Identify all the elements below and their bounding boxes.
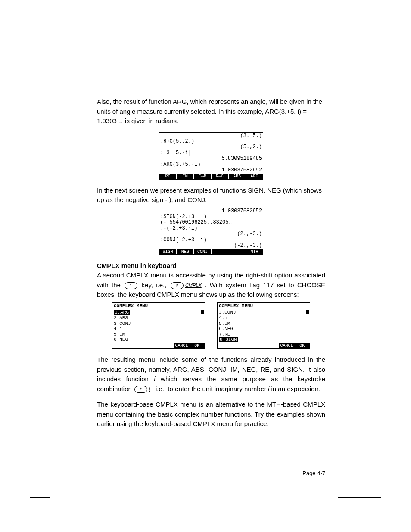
crop-mark	[359, 65, 381, 65]
screen-line: 1.03037682652	[160, 168, 262, 173]
document-page: Also, the result of function ARG, which …	[0, 0, 411, 532]
softkey-label: CONJ	[194, 249, 211, 254]
softkey-label: ABS	[229, 174, 246, 179]
section-heading: CMPLX menu in keyboard	[97, 261, 325, 271]
screen-line: :|3.+5.·i|	[160, 150, 262, 156]
choose-item: 1.ARG	[114, 310, 203, 315]
softkey-label	[143, 343, 159, 348]
crop-mark	[357, 42, 357, 65]
screen-line: (2.,-3.)	[160, 231, 262, 237]
softkey-label: MTH	[246, 249, 263, 254]
softkey-label: RE	[159, 174, 177, 179]
softkey-label: OK	[294, 343, 310, 348]
screen-line: :R→C(5.,2.)	[160, 139, 262, 144]
screen-line: (-.554700196225,.83205…	[160, 220, 262, 225]
screen-line: (-2.,-3.)	[160, 243, 262, 249]
choose-title: COMPLEX MENU	[218, 303, 310, 310]
page-content: Also, the result of function ARG, which …	[97, 97, 325, 435]
softkey-label	[233, 343, 249, 348]
paragraph: A second CMPLX menu is accessible by usi…	[97, 271, 325, 300]
scrollbar-icon	[306, 310, 309, 314]
paragraph: The resulting menu include some of the f…	[97, 355, 325, 394]
softkey-label: OK	[189, 343, 205, 348]
key-1-icon: 1	[125, 282, 137, 289]
screen-line: :CONJ(-2.+3.·i)	[160, 237, 262, 243]
footer-rule	[97, 468, 325, 468]
key-label: CMPLX	[185, 283, 202, 288]
text: , i.e., to enter the unit imaginary numb…	[152, 385, 268, 392]
scrollbar-icon	[201, 310, 204, 314]
text: in an expression.	[269, 385, 320, 392]
screen-line: (3. 5.)	[160, 133, 262, 139]
softkey-label	[112, 343, 128, 348]
choose-title: COMPLEX MENU	[112, 303, 205, 310]
screen-line: 5.83095189485	[160, 156, 262, 162]
softkey-label: NEG	[177, 249, 194, 254]
choose-item: 5.IM	[114, 332, 203, 337]
calc-screenshot-2: 1.03037682652:SIGN(-2.+3.·i)(-.554700196…	[159, 208, 263, 255]
choose-screens: COMPLEX MENU 1.ARG2.ABS3.CONJ4.i5.IM6.NE…	[97, 302, 325, 349]
choose-item: 4.i	[219, 315, 308, 321]
paragraph: The keyboard-base CMPLX menu is an alter…	[97, 400, 325, 429]
crop-mark	[30, 65, 73, 65]
choose-item: 3.CONJ	[219, 310, 308, 315]
choose-box-b: COMPLEX MENU 3.CONJ4.i5.IM6.NEG7.RE8.SIG…	[217, 302, 310, 349]
page-number: Page 4-7	[97, 470, 325, 476]
key-label: i	[149, 386, 150, 392]
right-shift-key-icon: ↱	[171, 282, 184, 289]
choose-item: 7.RE	[219, 332, 308, 337]
crop-mark	[30, 497, 50, 498]
screen-line: :SIGN(-2.+3.·i)	[160, 214, 262, 220]
choose-box-a: COMPLEX MENU 1.ARG2.ABS3.CONJ4.i5.IM6.NE…	[112, 302, 205, 349]
choose-item: 3.CONJ	[114, 321, 203, 327]
choose-item: 6.NEG	[219, 326, 308, 332]
text: key, i.e.,	[142, 281, 170, 289]
paragraph: Also, the result of function ARG, which …	[97, 97, 325, 126]
choose-item: 2.ABS	[114, 315, 203, 321]
choose-item: 6.NEG	[114, 337, 203, 342]
softkey-label: IM	[177, 174, 194, 179]
softkey-label	[218, 343, 233, 348]
screen-line: 1.03037682652	[160, 208, 262, 214]
choose-item: 5.IM	[219, 321, 308, 327]
softkey-label: SIGN	[159, 249, 177, 254]
crop-mark	[338, 497, 381, 498]
softkey-label: CANCL	[279, 343, 295, 348]
choose-item: 8.SIGN	[219, 337, 308, 342]
crop-mark	[78, 24, 78, 65]
softkey-label	[248, 343, 264, 348]
softkey-label: C→R	[194, 174, 211, 179]
crop-mark	[333, 498, 333, 520]
calc-screenshot-1: (3. 5.):R→C(5.,2.)(5.,2.):|3.+5.·i|5.830…	[159, 132, 263, 180]
choose-item: 4.i	[114, 326, 203, 332]
page-footer: Page 4-7	[97, 465, 325, 476]
screen-line: :ARG(3.+5.·i)	[160, 162, 262, 168]
softkey-label	[128, 343, 143, 348]
softkey-label	[159, 343, 174, 348]
softkey-label: R→C	[212, 174, 229, 179]
screen-line: :-(-2.+3.·i)	[160, 226, 262, 231]
left-shift-key-icon: ↰	[134, 386, 147, 393]
crop-mark	[54, 498, 54, 520]
softkey-label: CANCL	[174, 343, 190, 348]
softkey-label	[264, 343, 279, 348]
paragraph: In the next screen we present examples o…	[97, 186, 325, 205]
screen-line: (5.,2.)	[160, 144, 262, 150]
softkey-label: ARG	[246, 174, 263, 179]
